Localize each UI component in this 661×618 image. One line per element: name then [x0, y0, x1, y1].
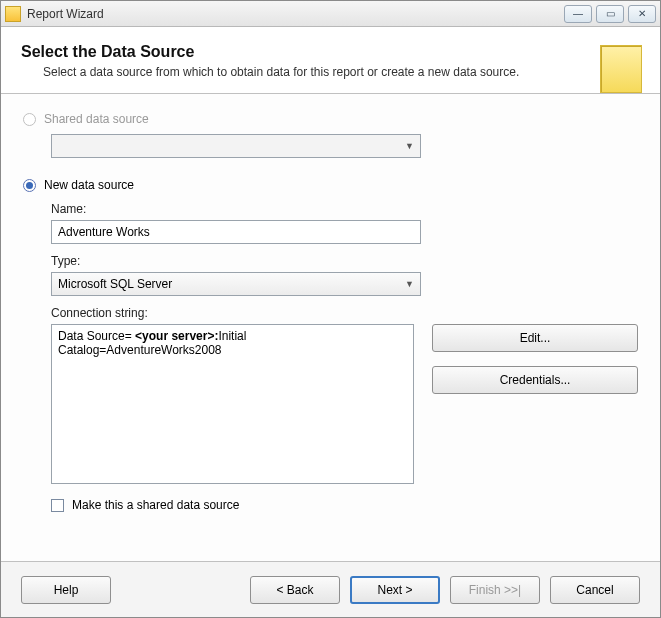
- titlebar: Report Wizard — ▭ ✕: [1, 1, 660, 27]
- window-title: Report Wizard: [27, 7, 564, 21]
- shared-source-dropdown: ▼: [51, 134, 421, 158]
- name-input[interactable]: [51, 220, 421, 244]
- close-button[interactable]: ✕: [628, 5, 656, 23]
- next-button[interactable]: Next >: [350, 576, 440, 604]
- help-button[interactable]: Help: [21, 576, 111, 604]
- type-label: Type:: [51, 254, 638, 268]
- conn-bold: <your server>:: [135, 329, 218, 343]
- app-icon: [5, 6, 21, 22]
- report-wizard-window: Report Wizard — ▭ ✕ Select the Data Sour…: [0, 0, 661, 618]
- conn-prefix: Data Source=: [58, 329, 135, 343]
- type-dropdown[interactable]: Microsoft SQL Server ▼: [51, 272, 421, 296]
- edit-button[interactable]: Edit...: [432, 324, 638, 352]
- connection-label: Connection string:: [51, 306, 638, 320]
- note-icon: [600, 45, 642, 93]
- make-shared-label: Make this a shared data source: [72, 498, 239, 512]
- wizard-footer: Help < Back Next > Finish >>| Cancel: [1, 561, 660, 617]
- page-title: Select the Data Source: [21, 43, 640, 61]
- minimize-button[interactable]: —: [564, 5, 592, 23]
- radio-new[interactable]: [23, 179, 36, 192]
- chevron-down-icon: ▼: [405, 279, 414, 289]
- new-data-source-option[interactable]: New data source: [23, 178, 638, 192]
- shared-data-source-option: Shared data source: [23, 112, 638, 126]
- shared-label: Shared data source: [44, 112, 149, 126]
- name-label: Name:: [51, 202, 638, 216]
- new-label: New data source: [44, 178, 134, 192]
- connection-string-input[interactable]: Data Source= <your server>:Initial Catal…: [51, 324, 414, 484]
- radio-shared: [23, 113, 36, 126]
- back-button[interactable]: < Back: [250, 576, 340, 604]
- credentials-button[interactable]: Credentials...: [432, 366, 638, 394]
- cancel-button[interactable]: Cancel: [550, 576, 640, 604]
- make-shared-checkbox[interactable]: [51, 499, 64, 512]
- type-value: Microsoft SQL Server: [58, 277, 172, 291]
- wizard-header: Select the Data Source Select a data sou…: [1, 27, 660, 94]
- maximize-button[interactable]: ▭: [596, 5, 624, 23]
- make-shared-option[interactable]: Make this a shared data source: [51, 498, 638, 512]
- page-subtitle: Select a data source from which to obtai…: [21, 65, 640, 79]
- chevron-down-icon: ▼: [405, 141, 414, 151]
- window-buttons: — ▭ ✕: [564, 5, 656, 23]
- finish-button: Finish >>|: [450, 576, 540, 604]
- wizard-body: Shared data source ▼ New data source Nam…: [1, 94, 660, 561]
